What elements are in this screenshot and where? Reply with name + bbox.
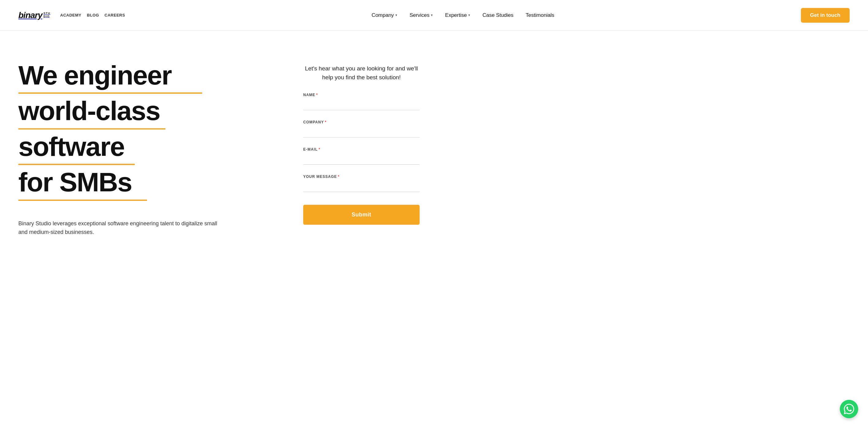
hero-headline: We engineer world-class software for SMB…: [19, 61, 270, 201]
email-field-group: E-MAIL*: [303, 147, 420, 165]
services-chevron-icon: ▾: [431, 13, 433, 17]
hero-description: Binary Studio leverages exceptional soft…: [19, 219, 227, 237]
company-required-indicator: *: [325, 120, 327, 124]
expertise-nav-link[interactable]: Expertise ▾: [445, 12, 470, 19]
logo-studio: STU DIO: [43, 12, 51, 18]
academy-link[interactable]: ACADEMY: [60, 13, 82, 18]
testimonials-nav-link[interactable]: Testimonials: [526, 12, 554, 19]
name-input[interactable]: [303, 99, 420, 110]
contact-form-panel: Let's hear what you are looking for and …: [288, 49, 435, 240]
name-label: NAME*: [303, 93, 420, 97]
logo-binary: binary: [19, 10, 42, 20]
hero-left: We engineer world-class software for SMB…: [19, 49, 270, 237]
case-studies-nav-link[interactable]: Case Studies: [483, 12, 513, 19]
whatsapp-button[interactable]: [840, 400, 858, 418]
email-input[interactable]: [303, 154, 420, 165]
name-required-indicator: *: [316, 93, 318, 97]
company-label: COMPANY*: [303, 120, 420, 124]
contact-form: NAME* COMPANY* E-MAIL* YOUR MESSAGE*: [303, 93, 420, 225]
services-nav-link[interactable]: Services ▾: [409, 12, 433, 19]
blog-link[interactable]: BLOG: [87, 13, 99, 18]
message-required-indicator: *: [338, 174, 340, 179]
headline-line-3: software: [19, 133, 270, 165]
message-label: YOUR MESSAGE*: [303, 174, 420, 179]
logo[interactable]: binary STU DIO: [19, 10, 51, 20]
company-chevron-icon: ▾: [395, 13, 397, 17]
sub-nav: ACADEMY BLOG CAREERS: [60, 13, 125, 18]
message-field-group: YOUR MESSAGE*: [303, 174, 420, 192]
hero-section: We engineer world-class software for SMB…: [0, 31, 868, 428]
submit-button[interactable]: Submit: [303, 205, 420, 225]
email-required-indicator: *: [318, 147, 320, 152]
headline-line-4: for SMBs: [19, 168, 270, 200]
email-label: E-MAIL*: [303, 147, 420, 152]
headline-line-2: world-class: [19, 97, 270, 129]
name-field-group: NAME*: [303, 93, 420, 110]
get-in-touch-button[interactable]: Get in touch: [801, 8, 849, 23]
expertise-chevron-icon: ▾: [468, 13, 470, 17]
main-nav: Company ▾ Services ▾ Expertise ▾ Case St…: [125, 12, 801, 19]
company-nav-link[interactable]: Company ▾: [372, 12, 397, 19]
navbar: binary STU DIO ACADEMY BLOG CAREERS Comp…: [0, 0, 868, 31]
whatsapp-icon: [844, 404, 854, 414]
message-input[interactable]: [303, 181, 420, 192]
careers-link[interactable]: CAREERS: [104, 13, 125, 18]
headline-line-1: We engineer: [19, 61, 270, 94]
company-input[interactable]: [303, 127, 420, 137]
form-intro-text: Let's hear what you are looking for and …: [303, 64, 420, 82]
company-field-group: COMPANY*: [303, 120, 420, 137]
